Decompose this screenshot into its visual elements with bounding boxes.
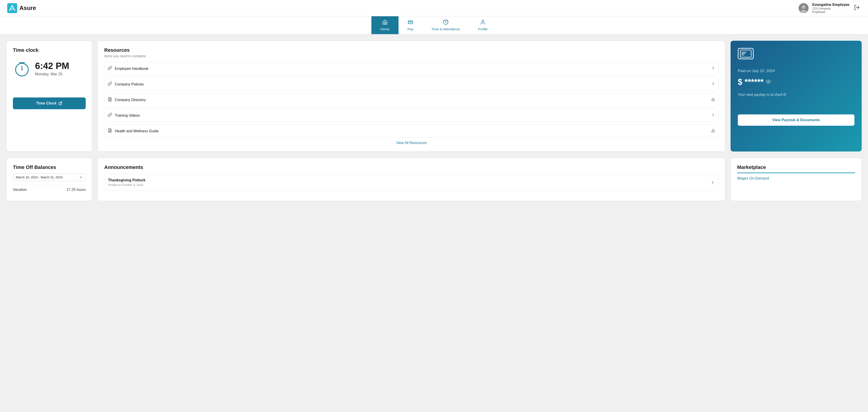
time-off-card: Time Off Balances March 18, 2024 - March…	[6, 158, 92, 201]
resource-health-wellness[interactable]: Health and Wellness Guide	[104, 124, 719, 138]
resources-title: Resources	[104, 47, 719, 53]
svg-rect-5	[408, 21, 413, 24]
profile-icon	[480, 20, 486, 26]
date-range-select[interactable]: March 18, 2024 - March 31, 2024	[13, 173, 86, 181]
time-clock-btn-label: Time Clock	[36, 101, 57, 106]
logo-text: Asure	[20, 4, 36, 11]
vacation-row: Vacation 17.25 hours	[13, 185, 86, 195]
wages-on-demand-link[interactable]: Wages On-Demand	[737, 176, 769, 180]
paid-on-label: Paid on July 10, 2024	[738, 69, 855, 73]
logout-button[interactable]	[853, 4, 861, 13]
nav-item-pay[interactable]: Pay	[399, 16, 423, 34]
chevron-down-icon	[79, 175, 83, 179]
announcements-card: Announcements Thanksgiving Potluck Poste…	[98, 158, 725, 201]
nav-bar: Home Pay Time & Attendance	[0, 16, 868, 34]
announcement-date: Posted on October 9, 2022	[108, 183, 145, 186]
download-icon-wellness	[711, 128, 715, 134]
pay-amount: $ ******	[738, 77, 855, 87]
date-range-value: March 18, 2024 - March 31, 2024	[16, 175, 63, 179]
resource-company-policies[interactable]: Company Policies	[104, 78, 719, 91]
view-all-resources-link[interactable]: View All Resources	[104, 141, 719, 145]
user-info: Evangaline Employee 123 Company Employee	[812, 3, 849, 13]
marketplace-title: Marketplace	[737, 165, 855, 170]
clock-icon	[13, 59, 31, 78]
announcement-thanksgiving[interactable]: Thanksgiving Potluck Posted on October 9…	[104, 174, 719, 191]
time-attendance-icon	[443, 20, 448, 26]
nav-label-profile: Profile	[478, 27, 488, 31]
svg-point-24	[768, 81, 769, 82]
resource-employee-handbook[interactable]: Employee Handbook	[104, 62, 719, 75]
user-company: 123 Company	[812, 7, 849, 10]
marketplace-card: Marketplace Wages On-Demand	[731, 158, 862, 201]
nav-label-home: Home	[380, 27, 390, 31]
time-clock-title: Time clock	[13, 47, 86, 53]
bottom-row: Time Off Balances March 18, 2024 - March…	[0, 158, 868, 207]
check-icon	[740, 50, 752, 58]
chevron-right-icon-training	[711, 113, 715, 118]
announcement-content: Thanksgiving Potluck Posted on October 9…	[108, 178, 145, 186]
svg-rect-0	[7, 3, 17, 13]
resource-name-directory: Company Directory	[115, 98, 146, 102]
main-content: Time clock 6:42 PM Monday, Mar 25 Time C…	[0, 34, 868, 158]
resource-name-handbook: Employee Handbook	[115, 67, 149, 71]
nav-item-time-attendance[interactable]: Time & Attendance	[423, 16, 469, 34]
chevron-right-icon-announcement	[711, 180, 715, 184]
download-icon-directory	[711, 97, 715, 102]
resources-card: Resources Items you need to complete Emp…	[98, 41, 725, 151]
clock-display: 6:42 PM Monday, Mar 25	[13, 57, 86, 80]
nav-label-pay: Pay	[408, 27, 413, 31]
doc-icon-directory	[107, 97, 112, 102]
vacation-hours: 17.25 hours	[66, 188, 86, 192]
resource-name-policies: Company Policies	[115, 82, 144, 86]
external-link-icon	[58, 101, 62, 106]
clock-time: 6:42 PM	[35, 61, 69, 71]
time-off-title: Time Off Balances	[13, 165, 86, 170]
marketplace-divider	[737, 173, 855, 173]
svg-point-12	[21, 69, 23, 70]
nav-label-time-attendance: Time & Attendance	[432, 27, 460, 31]
pay-card-icon	[738, 48, 754, 59]
home-icon	[382, 20, 388, 26]
eye-icon[interactable]	[766, 79, 771, 85]
link-icon-training	[107, 113, 112, 118]
header: Asure Evangaline Employee 123 Company Em…	[0, 0, 868, 16]
nav-item-home[interactable]: Home	[371, 16, 399, 34]
time-clock-button[interactable]: Time Clock	[13, 97, 86, 109]
vacation-label: Vacation	[13, 188, 27, 192]
link-icon-policies	[107, 81, 112, 87]
announcement-title: Thanksgiving Potluck	[108, 178, 145, 182]
resource-name-wellness: Health and Wellness Guide	[115, 129, 159, 133]
svg-point-2	[802, 5, 805, 9]
svg-line-13	[60, 102, 62, 104]
pay-card: Paid on July 10, 2024 $ ****** Your next…	[731, 41, 862, 151]
avatar	[799, 3, 809, 13]
time-clock-card: Time clock 6:42 PM Monday, Mar 25 Time C…	[6, 41, 92, 151]
user-area: Evangaline Employee 123 Company Employee	[799, 3, 861, 13]
pay-amount-masked: $ ******	[738, 77, 764, 87]
resources-subtitle: Items you need to complete	[104, 54, 719, 58]
logout-icon	[854, 4, 860, 10]
resource-company-directory[interactable]: Company Directory	[104, 93, 719, 107]
pay-icon	[408, 20, 413, 26]
clock-date: Monday, Mar 25	[35, 72, 69, 77]
user-role: Employee	[812, 10, 849, 13]
user-name: Evangaline Employee	[812, 3, 849, 7]
chevron-right-icon-policies	[711, 82, 715, 87]
view-paystub-button[interactable]: View Paystub & Documents	[738, 114, 855, 126]
doc-icon-wellness	[107, 128, 112, 134]
announcements-title: Announcements	[104, 165, 719, 170]
chevron-right-icon-handbook	[711, 66, 715, 71]
avatar-image	[799, 3, 809, 13]
clock-time-date: 6:42 PM Monday, Mar 25	[35, 61, 69, 77]
next-payday-label: Your next payday is on April 8!	[738, 93, 855, 97]
resource-name-training: Training Videos	[115, 114, 140, 118]
svg-point-7	[482, 20, 484, 22]
asure-logo-icon	[7, 3, 17, 13]
resource-training-videos[interactable]: Training Videos	[104, 109, 719, 122]
logo-area: Asure	[7, 3, 36, 13]
nav-item-profile[interactable]: Profile	[469, 16, 497, 34]
link-icon-handbook	[107, 66, 112, 71]
